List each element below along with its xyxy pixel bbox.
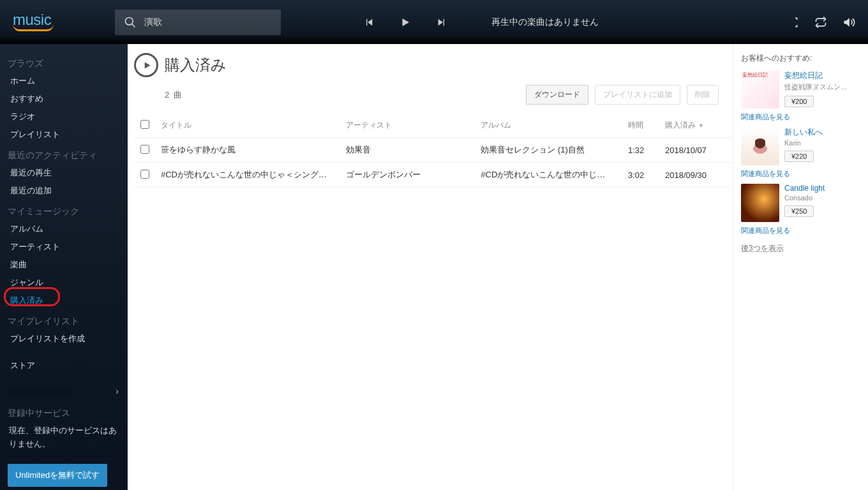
search-input[interactable] [144, 17, 272, 27]
related-link[interactable]: 関連商品を見る [741, 226, 860, 235]
sidebar-item-songs[interactable]: 楽曲 [0, 256, 128, 274]
prev-icon[interactable] [364, 17, 374, 27]
track-date: 2018/09/30 [665, 170, 726, 180]
recommendations-panel: お客様へのおすすめ: 妄想絵日記 怪盗戦隊ヌスムン… ¥200 関連商品を見る [733, 44, 868, 490]
recommendation-item: Candle light Consado ¥250 関連商品を見る [741, 184, 860, 235]
recommendations-header: お客様へのおすすめ: [741, 53, 860, 64]
track-time: 3:02 [628, 170, 665, 180]
track-artist: ゴールデンボンバー [346, 169, 481, 181]
track-album: 効果音セレクション (1)自然 [481, 144, 628, 156]
rec-title[interactable]: Candle light [784, 184, 860, 193]
sidebar-item-playlist[interactable]: プレイリスト [0, 126, 128, 144]
recommendation-item: 新しい私へ Karin ¥220 関連商品を見る [741, 127, 860, 179]
table-row[interactable]: 笹をゆらす静かな風 効果音 効果音セレクション (1)自然 1:32 2018/… [134, 138, 733, 163]
main-content: 購入済み 2 曲 ダウンロード プレイリストに追加 削除 タイトル アーティスト [128, 44, 733, 490]
volume-icon[interactable] [842, 16, 855, 29]
sidebar-header-mymusic: マイミュージック [0, 200, 128, 220]
search-box[interactable] [115, 10, 281, 35]
row-checkbox[interactable] [140, 170, 149, 179]
delete-button[interactable]: 削除 [687, 85, 719, 105]
col-album[interactable]: アルバム [481, 120, 628, 131]
col-title[interactable]: タイトル [161, 120, 346, 131]
rec-subtitle: Consado [784, 194, 860, 202]
play-icon [142, 61, 152, 70]
try-unlimited-button[interactable]: Unlimitedを無料で試す [8, 464, 107, 487]
album-art[interactable] [741, 184, 779, 222]
svg-point-0 [126, 17, 133, 25]
album-art[interactable] [741, 70, 779, 108]
sidebar-item-recent-play[interactable]: 最近の再生 [0, 164, 128, 182]
table-header: タイトル アーティスト アルバム 時間 購入済み▼ [134, 114, 733, 138]
track-album: #CDが売れないこんな世の中じ… [481, 169, 628, 181]
track-title: #CDが売れないこんな世の中じゃ＜シング… [161, 169, 346, 181]
sidebar-item-create-playlist[interactable]: プレイリストを作成 [0, 330, 128, 348]
play-all-button[interactable] [134, 53, 158, 77]
col-time[interactable]: 時間 [628, 120, 665, 131]
next-icon[interactable] [437, 17, 447, 27]
track-artist: 効果音 [346, 144, 481, 156]
sidebar-item-radio[interactable]: ラジオ [0, 108, 128, 126]
rec-title[interactable]: 妄想絵日記 [784, 70, 860, 81]
no-service-text: 現在、登録中のサービスはありません。 [0, 422, 128, 459]
sidebar-item-recent-add[interactable]: 最近の追加 [0, 182, 128, 200]
sidebar-header-services: 登録中サービス [0, 401, 128, 422]
track-count: 2 曲 [165, 89, 182, 101]
now-playing-text: 再生中の楽曲はありません [491, 17, 774, 28]
svg-line-1 [132, 24, 135, 27]
related-link[interactable]: 関連商品を見る [741, 112, 860, 122]
related-link[interactable]: 関連商品を見る [741, 169, 860, 179]
chevron-right-icon: › [116, 386, 119, 396]
recommendation-item: 妄想絵日記 怪盗戦隊ヌスムン… ¥200 関連商品を見る [741, 70, 860, 122]
sort-caret-icon: ▼ [698, 122, 704, 129]
tracks-table: タイトル アーティスト アルバム 時間 購入済み▼ 笹をゆらす静かな風 効果音 … [134, 114, 733, 188]
sidebar-header-browse: ブラウズ [0, 52, 128, 72]
track-time: 1:32 [628, 145, 665, 155]
sidebar-item-purchased[interactable]: 購入済み [0, 292, 128, 309]
player-controls [364, 17, 447, 28]
sidebar-header-activity: 最近のアクティビティ [0, 144, 128, 164]
show-more-link[interactable]: 後3つを表示 [741, 243, 784, 254]
sidebar-item-artists[interactable]: アーティスト [0, 238, 128, 256]
sidebar-item-recommend[interactable]: おすすめ [0, 90, 128, 108]
select-all-checkbox[interactable] [140, 120, 149, 129]
rec-subtitle: 怪盗戦隊ヌスムン… [784, 82, 860, 92]
sidebar-header-myplaylists: マイプレイリスト [0, 309, 128, 330]
rec-subtitle: Karin [784, 139, 860, 147]
shuffle-icon[interactable] [786, 16, 799, 29]
sidebar-item-store[interactable]: ストア [0, 357, 128, 375]
sidebar-item-genres[interactable]: ジャンル [0, 274, 128, 292]
sidebar: ブラウズ ホーム おすすめ ラジオ プレイリスト 最近のアクティビティ 最近の再… [0, 44, 128, 490]
rec-title[interactable]: 新しい私へ [784, 127, 860, 138]
row-checkbox[interactable] [140, 145, 149, 154]
price-button[interactable]: ¥250 [784, 205, 814, 217]
add-playlist-button[interactable]: プレイリストに追加 [595, 85, 680, 105]
download-button[interactable]: ダウンロード [526, 85, 588, 105]
album-art[interactable] [741, 127, 779, 165]
price-button[interactable]: ¥200 [784, 96, 814, 107]
top-bar: music 再生中の楽曲はありません [0, 0, 868, 44]
track-title: 笹をゆらす静かな風 [161, 144, 346, 156]
col-artist[interactable]: アーティスト [346, 120, 481, 131]
track-date: 2018/10/07 [665, 145, 726, 155]
sidebar-item-albums[interactable]: アルバム [0, 220, 128, 238]
play-icon[interactable] [400, 17, 411, 28]
sidebar-account-row[interactable]: › [0, 381, 128, 401]
table-row[interactable]: #CDが売れないこんな世の中じゃ＜シング… ゴールデンボンバー #CDが売れない… [134, 163, 733, 188]
logo[interactable]: music [13, 11, 51, 34]
account-name-placeholder [9, 387, 73, 396]
repeat-icon[interactable] [814, 16, 827, 29]
price-button[interactable]: ¥220 [784, 151, 814, 162]
page-title: 購入済み [165, 55, 227, 75]
search-icon [124, 16, 137, 29]
col-date[interactable]: 購入済み▼ [665, 120, 726, 131]
sidebar-item-home[interactable]: ホーム [0, 72, 128, 90]
